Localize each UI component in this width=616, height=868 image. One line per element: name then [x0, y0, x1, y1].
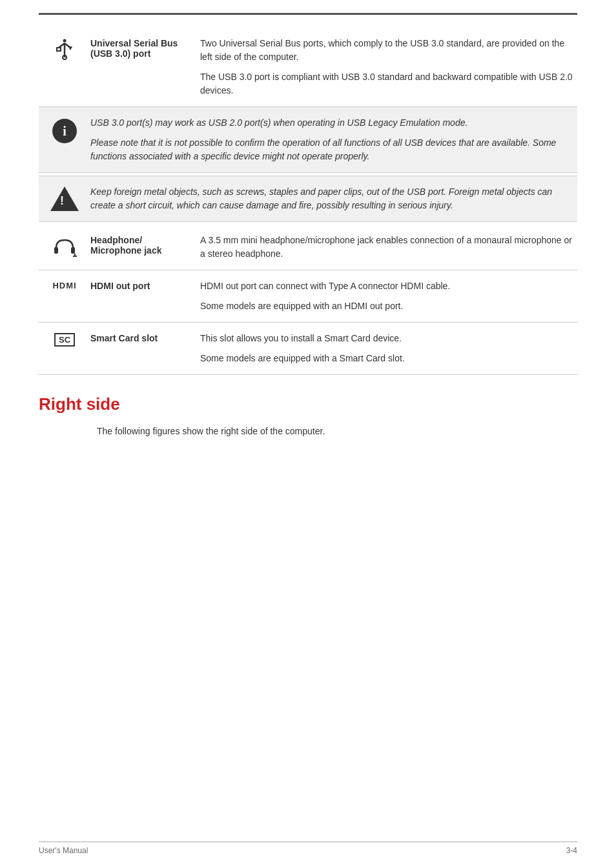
top-rule	[39, 13, 577, 15]
info-icon: i	[52, 119, 77, 143]
hdmi-feature-row: HDMI HDMI out port HDMI out port can con…	[39, 270, 577, 323]
smartcard-label: Smart Card slot	[90, 332, 200, 343]
smartcard-feature-row: SC Smart Card slot This slot allows you …	[39, 323, 577, 375]
warning-icon-cell	[39, 185, 90, 211]
usb-label: Universal Serial Bus (USB 3.0) port	[90, 37, 200, 59]
svg-point-6	[63, 39, 67, 43]
svg-rect-3	[57, 48, 61, 51]
usb-icon-cell	[39, 37, 90, 63]
usb-desc: Two Universal Serial Bus ports, which co…	[200, 37, 577, 97]
right-side-intro: The following figures show the right sid…	[39, 425, 577, 438]
hdmi-icon-cell: HDMI	[39, 279, 90, 290]
svg-rect-7	[54, 247, 58, 254]
svg-marker-4	[68, 46, 72, 50]
smartcard-desc: This slot allows you to install a Smart …	[200, 332, 577, 365]
note-box: i USB 3.0 port(s) may work as USB 2.0 po…	[39, 107, 577, 173]
smartcard-icon: SC	[54, 333, 75, 347]
headphone-desc: A 3.5 mm mini headphone/microphone jack …	[200, 234, 577, 261]
right-side-heading: Right side	[39, 394, 577, 414]
hdmi-icon: HDMI	[52, 281, 76, 290]
usb-icon	[52, 38, 77, 63]
smartcard-icon-cell: SC	[39, 332, 90, 347]
note-content: USB 3.0 port(s) may work as USB 2.0 port…	[90, 116, 577, 163]
hdmi-desc: HDMI out port can connect with Type A co…	[200, 279, 577, 313]
headphone-feature-row: Headphone/ Microphone jack A 3.5 mm mini…	[39, 225, 577, 270]
hdmi-label: HDMI out port	[90, 279, 200, 291]
svg-line-1	[59, 43, 65, 48]
usb-feature-row: Universal Serial Bus (USB 3.0) port Two …	[39, 28, 577, 107]
footer-left: User's Manual	[39, 846, 88, 855]
svg-rect-8	[71, 247, 75, 254]
info-icon-cell: i	[39, 116, 90, 143]
headphone-label: Headphone/ Microphone jack	[90, 234, 200, 256]
headphone-icon	[51, 235, 78, 259]
warning-box: Keep foreign metal objects, such as scre…	[39, 176, 577, 222]
warning-icon	[50, 187, 79, 211]
headphone-icon-cell	[39, 234, 90, 259]
page-footer: User's Manual 3-4	[39, 842, 577, 855]
footer-right: 3-4	[566, 846, 577, 855]
warning-content: Keep foreign metal objects, such as scre…	[90, 185, 577, 212]
